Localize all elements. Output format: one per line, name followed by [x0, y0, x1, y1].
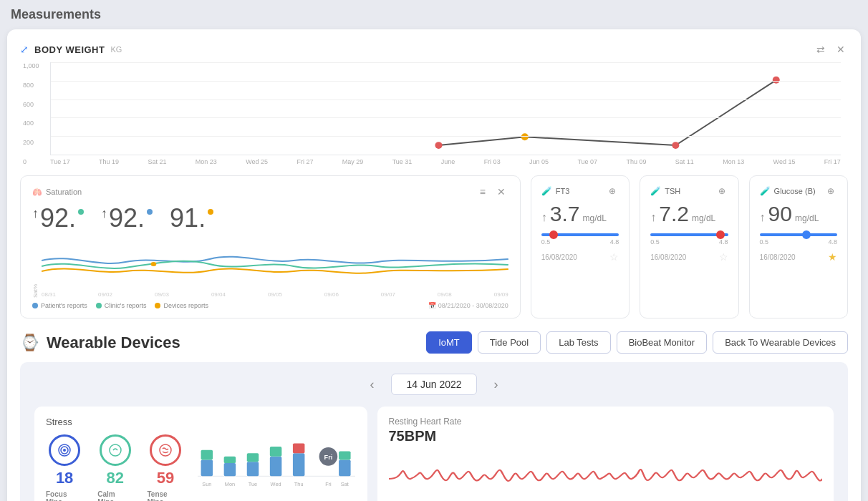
body-weight-chart-container: 1,000 800 600 400 200 0	[50, 62, 841, 165]
tide-pool-button[interactable]: Tide Pool	[478, 331, 541, 354]
sat-value-2: ↑92.	[101, 203, 153, 233]
lab-cards-row: 🧪 FT3 ⊕ ↑ 3.7 mg/dL 0.5 4.8	[531, 175, 848, 318]
glucose-track	[760, 233, 837, 236]
lab-card-tsh-title: 🧪 TSH	[650, 186, 680, 196]
tsh-value-row: ↑ 7.2 mg/dL	[650, 202, 728, 226]
svg-rect-14	[224, 457, 236, 463]
wearable-title-row: ⌚ Wearable Devices	[20, 334, 180, 352]
lab-card-tsh-header: 🧪 TSH ⊕	[650, 185, 728, 198]
ft3-date: 16/08/2020	[541, 253, 577, 261]
svg-point-4	[151, 262, 157, 266]
hr-value: 75BPM	[389, 428, 823, 444]
lab-tests-button[interactable]: Lab Tests	[546, 331, 610, 354]
stress-bar-svg: Fri Sun Mon Tue Wed Thu Fri	[198, 434, 355, 492]
lab-card-tsh: 🧪 TSH ⊕ ↑ 7.2 mg/dL 0.5 4.8	[640, 175, 738, 318]
ft3-icon: 🧪	[541, 186, 552, 196]
stress-card: Stress 18 Focus Mins	[34, 407, 367, 501]
lab-card-glucose: 🧪 Glucose (B) ⊕ ↑ 90 mg/dL 0.5	[749, 175, 848, 318]
svg-text:Sat: Sat	[341, 481, 349, 487]
stress-title: Stress	[46, 417, 356, 427]
ft3-unit: mg/dL	[583, 213, 607, 223]
expand-icon[interactable]: ⤢	[20, 44, 29, 55]
sat-value-3: 91.	[170, 203, 213, 233]
stress-bar-chart: Fri Sun Mon Tue Wed Thu Fri	[198, 434, 355, 495]
svg-rect-17	[270, 457, 282, 477]
ft3-dot	[549, 230, 558, 239]
ft3-star[interactable]: ☆	[609, 251, 619, 263]
svg-rect-16	[247, 453, 259, 462]
svg-rect-11	[201, 459, 213, 476]
sat-y-label: Sat%	[32, 239, 39, 298]
focus-metric: 18 Focus Mins Avg: 40 mins	[46, 434, 83, 501]
back-to-wearable-button[interactable]: Back To Wearable Devices	[713, 331, 848, 354]
svg-point-8	[110, 444, 121, 456]
next-date-button[interactable]: ›	[488, 374, 504, 395]
chart-header: ⤢ BODY WEIGHT KG ⇄ ✕	[20, 42, 848, 57]
focus-value: 18	[56, 469, 73, 487]
tense-icon	[158, 443, 173, 457]
sat-icon: 🫁	[32, 188, 42, 197]
sat-close-button[interactable]: ✕	[494, 185, 508, 199]
tense-value: 59	[157, 469, 174, 487]
ft3-footer: 16/08/2020 ☆	[541, 251, 619, 263]
svg-rect-18	[270, 447, 282, 457]
legend-clinic: Clinic's reports	[96, 302, 147, 309]
calm-icon	[108, 443, 122, 457]
prev-date-button[interactable]: ‹	[364, 374, 380, 395]
glucose-move-button[interactable]: ⊕	[824, 185, 837, 198]
svg-text:Sun: Sun	[203, 481, 212, 487]
tense-circle	[150, 434, 181, 466]
wearable-title: Wearable Devices	[47, 334, 180, 352]
calm-label: Calm Mins	[97, 490, 132, 501]
sat-date: 📅 08/21/2020 - 30/08/2020	[428, 302, 508, 309]
glucose-value-row: ↑ 90 mg/dL	[760, 202, 837, 226]
heart-rate-card: Resting Heart Rate 75BPM	[377, 407, 834, 501]
glucose-slider: 0.5 4.8	[760, 233, 837, 245]
svg-rect-20	[293, 444, 305, 454]
filter-button[interactable]: ⇄	[814, 42, 828, 57]
svg-text:Mon: Mon	[225, 481, 235, 487]
stress-metrics: 18 Focus Mins Avg: 40 mins 82	[46, 434, 356, 501]
ft3-move-button[interactable]: ⊕	[606, 185, 619, 198]
tsh-icon: 🧪	[650, 186, 661, 196]
hr-svg	[389, 450, 823, 500]
sat-chart-svg	[42, 239, 508, 286]
date-nav: ‹ 14 Jun 2022 ›	[34, 374, 834, 395]
iomt-button[interactable]: IoMT	[426, 331, 472, 354]
sat-header: 🫁 Saturation ≡ ✕	[32, 185, 508, 199]
sat-chart-area: 08/3109/0209/0309/0409/0509/0609/0709/08…	[42, 239, 508, 298]
body-weight-section: ⤢ BODY WEIGHT KG ⇄ ✕ 1,000 800 600 400 2…	[20, 42, 848, 165]
close-button[interactable]: ✕	[834, 42, 848, 57]
svg-rect-15	[247, 462, 259, 476]
glucose-star[interactable]: ★	[828, 251, 837, 263]
ft3-value: 3.7	[550, 202, 580, 226]
tsh-arrow: ↑	[650, 211, 656, 224]
tsh-slider: 0.5 4.8	[650, 233, 728, 245]
tsh-move-button[interactable]: ⊕	[715, 185, 728, 198]
tsh-value: 7.2	[659, 202, 689, 226]
svg-rect-24	[339, 459, 352, 476]
tsh-unit: mg/dL	[692, 213, 715, 223]
tsh-track	[650, 233, 728, 236]
ft3-value-row: ↑ 3.7 mg/dL	[541, 202, 619, 226]
body-weight-unit: KG	[110, 45, 122, 54]
date-display: 14 Jun 2022	[391, 374, 476, 395]
lab-card-ft3: 🧪 FT3 ⊕ ↑ 3.7 mg/dL 0.5 4.8	[531, 175, 630, 318]
body-weight-chart-wrap: 1,000 800 600 400 200 0	[50, 62, 841, 165]
tsh-star[interactable]: ☆	[719, 251, 728, 263]
focus-icon	[57, 443, 72, 457]
sat-menu-button[interactable]: ≡	[477, 185, 488, 199]
biobeat-monitor-button[interactable]: BioBeat Monitor	[617, 331, 708, 354]
wearable-nav-buttons: IoMT Tide Pool Lab Tests BioBeat Monitor…	[426, 331, 848, 354]
svg-rect-19	[293, 453, 305, 476]
glucose-value: 90	[768, 202, 792, 226]
sat-chart-wrapper: Sat% 08/3109/0209/0309/0409/0509/0609/07…	[32, 239, 508, 298]
hr-title: Resting Heart Rate	[389, 417, 823, 427]
legend-devices: Devices reports	[155, 302, 208, 309]
second-row: 🫁 Saturation ≡ ✕ ↑92. ↑92. 91.	[20, 175, 848, 318]
calm-metric: 82 Calm Mins Avg: 54 mins	[97, 434, 132, 501]
sat-actions: ≡ ✕	[477, 185, 508, 199]
ft3-arrow: ↑	[541, 211, 547, 224]
tsh-range: 0.5 4.8	[650, 238, 728, 245]
sat-value-1: ↑92.	[32, 203, 84, 233]
